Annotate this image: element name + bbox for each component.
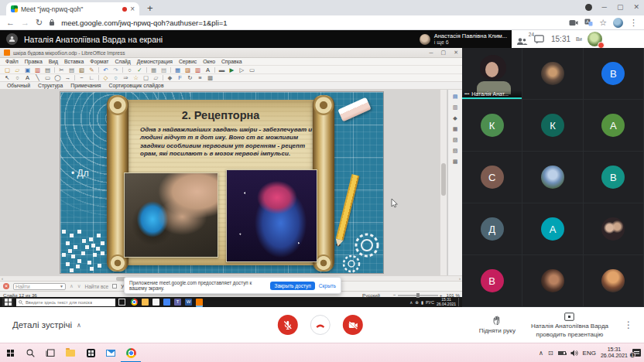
find-dropdown-icon[interactable]: ▼	[60, 284, 63, 289]
slide[interactable]: • Дл 2. Рецепторна Одна з найважливіших …	[60, 92, 383, 273]
undo-icon[interactable]: ↶	[101, 67, 111, 73]
menu-item[interactable]: Вид	[46, 59, 61, 64]
tab-close-icon[interactable]: ×	[130, 5, 135, 13]
stop-sharing-button[interactable]: Закрыть доступ	[270, 282, 314, 290]
language-indicator[interactable]: ENG	[583, 350, 596, 357]
tray-shield-icon[interactable]: ⊡	[548, 350, 553, 357]
camera-off-button[interactable]	[343, 315, 363, 335]
line-icon[interactable]: ╲	[33, 74, 43, 81]
participants-icon[interactable]: 24	[516, 35, 529, 44]
save-icon[interactable]: ▣	[22, 67, 33, 73]
participant-tile[interactable]: А	[584, 100, 644, 152]
close-icon[interactable]: ✕	[633, 2, 639, 12]
file-explorer-icon[interactable]	[60, 343, 80, 362]
callout-shapes-icon[interactable]: ▢	[141, 74, 151, 81]
arrow-icon[interactable]: →	[63, 74, 73, 81]
teams-icon[interactable]: T	[174, 299, 181, 306]
taskbar-search-icon[interactable]	[20, 343, 40, 362]
menu-item[interactable]: Файл	[2, 59, 22, 64]
impress-title-bar[interactable]: шкіра будова мікробіол.odp - LibreOffice…	[0, 48, 462, 58]
document-language[interactable]: Русский	[362, 292, 380, 298]
view-tab[interactable]: Структура	[34, 83, 67, 88]
view-tab[interactable]: Примечания	[67, 83, 104, 88]
raise-hand-button[interactable]: Підняти руку	[479, 316, 516, 334]
rotate-icon[interactable]: ↻	[185, 74, 195, 81]
print-icon[interactable]: ▤	[43, 67, 53, 73]
participant-tile[interactable]	[584, 255, 644, 307]
zoom-out-icon[interactable]: −	[393, 292, 396, 298]
zoom-slider[interactable]: − +	[393, 292, 442, 298]
menu-item[interactable]: Справка	[218, 59, 245, 64]
select-icon[interactable]: ↖	[2, 74, 12, 81]
text-icon[interactable]: A	[22, 74, 33, 81]
redo-icon[interactable]: ↷	[111, 67, 121, 73]
zoom-track[interactable]	[398, 295, 438, 296]
participant-tile[interactable]	[584, 203, 644, 255]
scroll-left-icon[interactable]: ‹	[2, 276, 3, 282]
impress-close-icon[interactable]: ✕	[454, 50, 458, 56]
star-shapes-icon[interactable]: ☆	[131, 74, 141, 81]
reload-icon[interactable]: ↻	[36, 16, 43, 29]
rect-icon[interactable]: ▭	[43, 74, 53, 81]
start-button[interactable]	[0, 343, 20, 362]
taskbar-clock[interactable]: 15:31 26.04.2021	[601, 347, 628, 359]
zoom-percent[interactable]: 101 %	[446, 292, 460, 298]
align-icon[interactable]: ≡	[195, 74, 205, 81]
ellipse-icon[interactable]: ◯	[53, 74, 63, 81]
impress-minimize-icon[interactable]: ─	[430, 50, 433, 56]
document-icon[interactable]	[152, 299, 159, 306]
table-icon[interactable]: ▦	[173, 67, 183, 73]
speaker-icon[interactable]	[570, 350, 578, 357]
slide-transition-icon[interactable]: ▥	[450, 104, 460, 111]
clone-formatting-icon[interactable]: ✎	[87, 67, 97, 73]
find-input[interactable]: Найти ▼	[13, 283, 66, 290]
new-tab-button[interactable]: +	[147, 2, 153, 15]
menu-item[interactable]: Слайд	[111, 59, 133, 64]
block-arrows-icon[interactable]: ⇒	[121, 74, 131, 81]
presenter-task-view-icon[interactable]	[118, 299, 125, 306]
translate-icon[interactable]: A	[584, 19, 593, 26]
battery-icon[interactable]	[558, 351, 566, 355]
participant-tile[interactable]: Д	[462, 203, 522, 255]
tray-misc-icon[interactable]: ⊕	[415, 300, 419, 305]
master-slides-icon[interactable]: ▦	[450, 125, 460, 132]
navigator-icon[interactable]: ▧	[450, 147, 460, 154]
impress-icon[interactable]	[196, 299, 203, 306]
participant-tile[interactable]: В	[584, 48, 644, 100]
presenter-clock[interactable]: 15:31 26.04.2021	[437, 298, 456, 306]
copy-icon[interactable]: ▤	[67, 67, 77, 73]
tile-menu-icon[interactable]: •••	[464, 91, 469, 96]
chrome-taskbar-icon[interactable]	[121, 343, 141, 362]
view-tab[interactable]: Сортировщик слайдов	[105, 83, 168, 88]
connector-icon[interactable]: ∟	[87, 74, 97, 81]
view-tab[interactable]: Обычный	[3, 83, 34, 88]
fontwork-icon[interactable]: F	[175, 74, 185, 81]
zoom-in-icon[interactable]: +	[440, 292, 443, 298]
menu-item[interactable]: Правка	[22, 59, 46, 64]
participants-preview[interactable]: Анастасія Павлівна Клим... і ще 6	[420, 33, 507, 46]
participant-tile[interactable]: В	[584, 152, 644, 203]
vertical-scrollbar[interactable]	[440, 90, 447, 275]
menu-item[interactable]: Окно	[200, 59, 218, 64]
grid-icon[interactable]: ▦	[149, 67, 159, 73]
meeting-details-button[interactable]: Деталі зустрічі ∧	[12, 320, 81, 330]
file-explorer-icon[interactable]	[142, 299, 149, 306]
maximize-icon[interactable]: ▢	[617, 2, 624, 12]
presenter-start-button[interactable]	[2, 298, 13, 306]
browser-profile-avatar[interactable]	[613, 18, 623, 28]
mail-icon[interactable]	[101, 343, 121, 362]
scroll-right-icon[interactable]: ›	[459, 276, 461, 282]
find-close-icon[interactable]: ✕	[3, 283, 9, 289]
task-view-icon[interactable]	[40, 343, 60, 362]
menu-item[interactable]: Формат	[87, 59, 111, 64]
participant-tile[interactable]: А	[522, 203, 583, 255]
bookmark-star-icon[interactable]: ☆	[599, 16, 607, 29]
image-icon[interactable]: ▨	[183, 67, 193, 73]
recording-indicator-icon[interactable]	[585, 4, 592, 11]
drive-icon[interactable]	[163, 299, 170, 306]
browser-tab[interactable]: Meet "jwq-npwq-qoh" ×	[6, 2, 139, 15]
find-all-button[interactable]: Найти все	[85, 284, 109, 289]
participant-tile[interactable]: К	[462, 100, 522, 152]
animation-icon[interactable]: ◆	[450, 114, 460, 121]
basic-shapes-icon[interactable]: ◇	[101, 74, 111, 81]
